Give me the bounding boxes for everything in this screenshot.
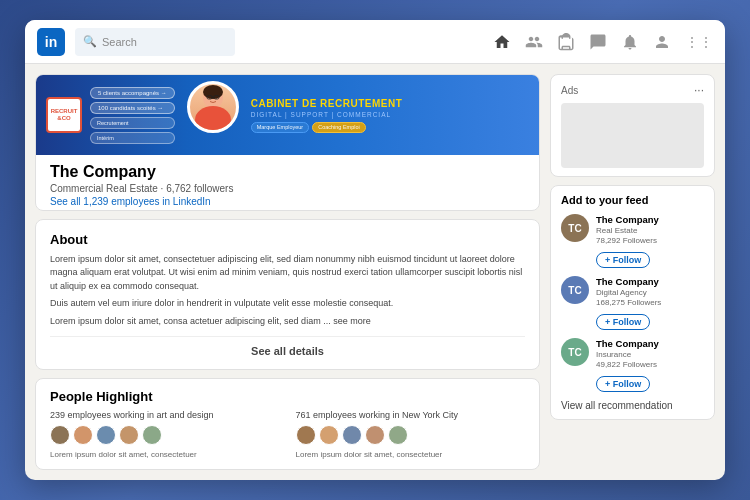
people-count-2: 761 employees working in New York City — [296, 410, 526, 420]
nav-network[interactable] — [525, 33, 543, 51]
people-text-1: Lorem ipsum dolor sit amet, consectetuer — [50, 450, 280, 459]
mini-avatar — [365, 425, 385, 445]
banner-title: CABINET DE RECRUTEMENT — [251, 98, 529, 109]
mini-avatar — [388, 425, 408, 445]
see-all-details-button[interactable]: See all details — [50, 336, 525, 357]
search-icon: 🔍 — [83, 35, 97, 48]
feed-item-name-2: The Company — [596, 276, 704, 287]
interim-pill: Intérim — [90, 132, 175, 144]
search-bar[interactable]: 🔍 Search — [75, 28, 235, 56]
about-text-2: Duis autem vel eum iriure dolor in hendr… — [50, 297, 525, 311]
nav-home[interactable] — [493, 33, 511, 51]
feed-follow-button-3[interactable]: + Follow — [596, 376, 650, 392]
feed-item-info-1: The Company Real Estate 78,292 Followers… — [596, 214, 704, 268]
people-col-1: 239 employees working in art and design … — [50, 410, 280, 459]
mini-avatar — [73, 425, 93, 445]
main-area: RECRUIT&CO 5 clients accompagnés → 100 c… — [25, 64, 725, 480]
mini-avatar — [96, 425, 116, 445]
topbar: in 🔍 Search ⋮⋮ — [25, 20, 725, 64]
feed-item-info-2: The Company Digital Agency 168,275 Follo… — [596, 276, 704, 330]
feed-item-2: TC The Company Digital Agency 168,275 Fo… — [561, 276, 704, 330]
people-columns: 239 employees working in art and design … — [50, 410, 525, 459]
feed-item-name-1: The Company — [596, 214, 704, 225]
people-highlight-section: People Highlight 239 employees working i… — [35, 378, 540, 470]
profile-card: RECRUIT&CO 5 clients accompagnés → 100 c… — [35, 74, 540, 211]
about-text-1: Lorem ipsum dolor sit amet, consectetuer… — [50, 253, 525, 294]
feed-follow-button-1[interactable]: + Follow — [596, 252, 650, 268]
feed-item-type-3: Insurance — [596, 350, 704, 359]
mini-avatar — [319, 425, 339, 445]
people-text-2: Lorem ipsum dolor sit amet, consectetuer — [296, 450, 526, 459]
people-col-2: 761 employees working in New York City L… — [296, 410, 526, 459]
nav-messaging[interactable] — [589, 33, 607, 51]
company-meta: Commercial Real Estate · 6,762 followers — [50, 183, 525, 194]
nav-icons: ⋮⋮ — [493, 33, 713, 51]
feed-avatar-1: TC — [561, 214, 589, 242]
feed-avatar-2: TC — [561, 276, 589, 304]
ads-card: Ads ··· — [550, 74, 715, 177]
see-all-employees-link[interactable]: See all 1,239 employees in LinkedIn — [50, 196, 525, 207]
avatar-circle — [187, 81, 239, 133]
people-count-1: 239 employees working in art and design — [50, 410, 280, 420]
feed-item-1: TC The Company Real Estate 78,292 Follow… — [561, 214, 704, 268]
about-section: About Lorem ipsum dolor sit amet, consec… — [35, 219, 540, 371]
ads-label: Ads — [561, 85, 578, 96]
feed-item-info-3: The Company Insurance 49,822 Followers +… — [596, 338, 704, 392]
feed-item-followers-1: 78,292 Followers — [596, 236, 704, 245]
ads-placeholder — [561, 103, 704, 168]
nav-profile[interactable] — [653, 33, 671, 51]
banner-logo: RECRUIT&CO — [46, 97, 82, 133]
feed-item-type-2: Digital Agency — [596, 288, 704, 297]
banner-subtitle: DIGITAL | SUPPORT | COMMERCIAL — [251, 111, 529, 118]
banner-logo-text: RECRUIT&CO — [51, 108, 78, 121]
nav-jobs[interactable] — [557, 33, 575, 51]
linkedin-logo: in — [37, 28, 65, 56]
banner-tag-2: Coaching Emploi — [312, 122, 366, 133]
banner-tags: Marque Employeur Coaching Emploi — [251, 122, 529, 133]
feed-follow-button-2[interactable]: + Follow — [596, 314, 650, 330]
company-banner: RECRUIT&CO 5 clients accompagnés → 100 c… — [36, 75, 539, 155]
search-placeholder: Search — [102, 36, 137, 48]
center-column: RECRUIT&CO 5 clients accompagnés → 100 c… — [35, 74, 540, 470]
about-text-3: Lorem ipsum dolor sit amet, consa actetu… — [50, 315, 525, 329]
mini-avatar — [342, 425, 362, 445]
feed-avatar-3: TC — [561, 338, 589, 366]
mini-avatar — [142, 425, 162, 445]
company-name: The Company — [50, 163, 525, 181]
feed-item-followers-2: 168,275 Followers — [596, 298, 704, 307]
banner-pill-1: 5 clients accompagnés → — [90, 87, 175, 99]
banner-title-area: CABINET DE RECRUTEMENT DIGITAL | SUPPORT… — [251, 98, 529, 133]
mini-avatar — [50, 425, 70, 445]
feed-item-name-3: The Company — [596, 338, 704, 349]
mini-avatar — [296, 425, 316, 445]
feed-item-followers-3: 49,822 Followers — [596, 360, 704, 369]
ads-more-button[interactable]: ··· — [694, 83, 704, 97]
banner-pill-2: 100 candidats scoités → — [90, 102, 175, 114]
banner-tag-1: Marque Employeur — [251, 122, 309, 133]
right-sidebar: Ads ··· Add to your feed TC The Company … — [550, 74, 715, 470]
banner-action-pills: Recrutement Intérim — [90, 117, 175, 144]
nav-notifications[interactable] — [621, 33, 639, 51]
feed-item-type-1: Real Estate — [596, 226, 704, 235]
about-title: About — [50, 232, 525, 247]
recrutement-pill: Recrutement — [90, 117, 175, 129]
banner-pills: 5 clients accompagnés → 100 candidats sc… — [90, 87, 175, 144]
banner-avatar — [187, 81, 239, 149]
feed-card: Add to your feed TC The Company Real Est… — [550, 185, 715, 420]
mini-avatar — [119, 425, 139, 445]
view-all-link[interactable]: View all recommendation — [561, 400, 704, 411]
ads-header: Ads ··· — [561, 83, 704, 97]
avatar-row-2 — [296, 425, 526, 445]
feed-title: Add to your feed — [561, 194, 704, 206]
profile-info: The Company Commercial Real Estate · 6,7… — [36, 155, 539, 211]
avatar-row-1 — [50, 425, 280, 445]
feed-item-3: TC The Company Insurance 49,822 Follower… — [561, 338, 704, 392]
svg-point-1 — [195, 106, 231, 130]
nav-apps[interactable]: ⋮⋮ — [685, 34, 713, 50]
browser-window: in 🔍 Search ⋮⋮ — [25, 20, 725, 480]
people-highlight-title: People Highlight — [50, 389, 525, 404]
